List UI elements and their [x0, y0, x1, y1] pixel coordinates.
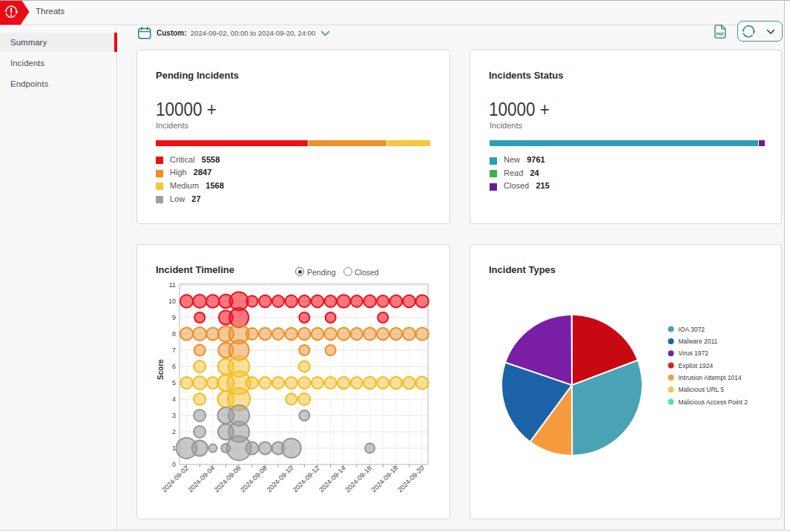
svg-text:IOA 3072: IOA 3072 — [679, 326, 705, 333]
svg-text:2024-09-10: 2024-09-10 — [265, 464, 294, 494]
svg-text:9: 9 — [172, 314, 176, 321]
svg-text:11: 11 — [169, 281, 176, 289]
svg-text:6: 6 — [172, 363, 176, 370]
svg-text:7: 7 — [172, 347, 176, 354]
svg-text:Intrusion Attempt 1014: Intrusion Attempt 1014 — [679, 374, 742, 381]
svg-text:5: 5 — [172, 379, 176, 387]
svg-text:PDF: PDF — [717, 32, 724, 36]
svg-text:Malware 2011: Malware 2011 — [679, 338, 718, 345]
svg-text:2024-09-02: 2024-09-02 — [160, 464, 190, 494]
svg-text:1: 1 — [172, 444, 176, 452]
svg-text:2024-09-18: 2024-09-18 — [370, 464, 400, 494]
svg-text:2024-09-20: 2024-09-20 — [396, 464, 426, 494]
svg-text:8: 8 — [172, 330, 176, 338]
svg-text:2024-09-12: 2024-09-12 — [292, 464, 321, 494]
svg-text:2024-09-04: 2024-09-04 — [187, 464, 217, 494]
svg-text:0: 0 — [172, 461, 176, 468]
svg-text:4: 4 — [172, 395, 176, 403]
svg-text:2024-09-06: 2024-09-06 — [213, 464, 243, 494]
svg-text:2: 2 — [172, 428, 176, 436]
svg-text:Exploit 1924: Exploit 1924 — [679, 362, 714, 370]
svg-text:2024-09-14: 2024-09-14 — [317, 464, 347, 494]
svg-text:Score: Score — [157, 359, 165, 380]
svg-text:3: 3 — [172, 412, 176, 419]
svg-text:Virus 1972: Virus 1972 — [679, 349, 709, 357]
svg-text:Malicious Access Point 2: Malicious Access Point 2 — [679, 398, 748, 406]
svg-text:Malicious URL 5: Malicious URL 5 — [679, 386, 725, 393]
svg-text:2024-09-08: 2024-09-08 — [239, 464, 269, 494]
svg-text:10: 10 — [168, 298, 176, 305]
svg-text:2024-09-16: 2024-09-16 — [343, 464, 373, 494]
